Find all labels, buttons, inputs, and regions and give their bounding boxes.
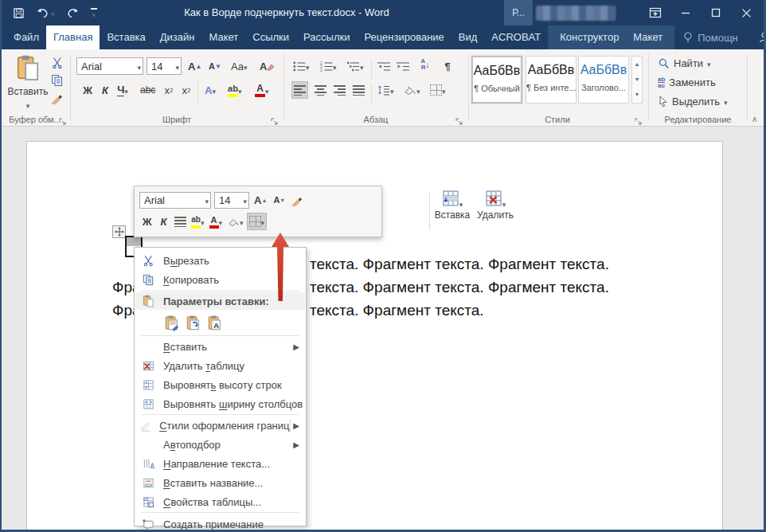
menu-item-insert-caption[interactable]: Вставить название...	[135, 473, 305, 492]
borders-button[interactable]	[428, 81, 447, 99]
tab-mailings[interactable]: Рассылки	[296, 25, 357, 49]
mini-font-name-combo[interactable]: Arial	[139, 192, 211, 209]
menu-item-text-direction[interactable]: Направление текста...	[135, 454, 305, 473]
tab-home[interactable]: Главная	[46, 25, 100, 49]
change-case-button[interactable]: Аа	[229, 57, 249, 75]
mini-highlight-button[interactable]: ab	[190, 213, 206, 230]
tab-references[interactable]: Ссылки	[245, 25, 296, 49]
mini-shading-button[interactable]	[225, 213, 245, 230]
scissors-icon	[139, 255, 157, 267]
font-size-dropdown-icon[interactable]	[175, 61, 179, 72]
menu-item-distribute-rows[interactable]: Выровнять высоту строк	[135, 375, 305, 394]
minimize-icon[interactable]	[670, 0, 701, 25]
tab-file[interactable]: Файл	[6, 25, 46, 49]
tell-me-help[interactable]: Помощн	[674, 25, 746, 49]
decrease-indent-button[interactable]	[376, 57, 392, 75]
mini-borders-button[interactable]	[247, 213, 268, 230]
maximize-icon[interactable]	[701, 0, 731, 25]
format-painter-icon	[51, 92, 64, 104]
font-name-dropdown-icon[interactable]	[137, 61, 141, 72]
collapse-ribbon-icon[interactable]: ∧	[752, 115, 757, 123]
menu-item-autofit[interactable]: Автоподбор ▶	[135, 435, 305, 454]
bullets-button[interactable]	[291, 57, 311, 75]
close-icon[interactable]	[731, 0, 761, 25]
underline-button[interactable]: Ч	[115, 81, 131, 99]
align-right-button[interactable]	[331, 81, 347, 99]
select-button[interactable]: Выделить	[658, 96, 728, 108]
ribbon-display-options-icon[interactable]	[640, 0, 670, 25]
highlight-color-button[interactable]: ab	[226, 81, 244, 99]
style-no-spacing[interactable]: АаБбВв ¶ Без инте...	[526, 56, 576, 104]
paragraph-dialog-launcher-icon[interactable]	[455, 115, 464, 123]
align-center-button[interactable]	[312, 81, 328, 99]
clear-formatting-button[interactable]: А	[258, 57, 276, 75]
multilevel-list-button[interactable]	[346, 57, 365, 75]
superscript-button[interactable]: х2	[178, 81, 194, 99]
paste-dropdown-icon[interactable]	[26, 97, 30, 111]
numbering-button[interactable]: 123	[319, 57, 338, 75]
mini-format-painter-button[interactable]	[290, 191, 305, 209]
tab-review[interactable]: Рецензирование	[357, 25, 451, 49]
shading-button[interactable]	[401, 81, 422, 99]
mini-align-button[interactable]	[173, 213, 188, 230]
paste-merge-formatting-button[interactable]	[183, 313, 205, 333]
paste-keep-source-formatting-button[interactable]	[162, 313, 183, 333]
shrink-font-button[interactable]: А▼	[207, 57, 223, 75]
mini-italic-button[interactable]: К	[156, 213, 171, 230]
copy-button[interactable]	[51, 74, 64, 90]
insert-table-icon	[442, 190, 459, 207]
font-name-combo[interactable]: Arial	[76, 57, 143, 75]
clipboard-dialog-launcher-icon[interactable]	[59, 115, 68, 123]
italic-button[interactable]: К	[97, 81, 113, 99]
menu-item-border-styles[interactable]: Стили оформления границ ▶	[135, 416, 305, 435]
show-marks-button[interactable]: ¶	[440, 57, 455, 75]
mini-insert-table-button[interactable]: Вставка	[432, 190, 472, 234]
paste-button[interactable]: Вставить	[6, 54, 49, 111]
table-move-handle-icon[interactable]	[112, 225, 126, 238]
window-title: Как в Ворде подчеркнуть текст.docx - Wor…	[0, 0, 573, 25]
justify-button[interactable]	[350, 81, 366, 99]
menu-item-table-properties[interactable]: Свойства таблицы...	[135, 492, 305, 511]
replace-button[interactable]: abac Заменить	[658, 76, 716, 88]
mini-bold-button[interactable]: Ж	[139, 213, 154, 230]
font-size-combo[interactable]: 14	[147, 57, 182, 75]
bold-button[interactable]: Ж	[80, 81, 96, 99]
mini-delete-table-button[interactable]: Удалить	[475, 190, 515, 234]
mini-font-size-combo[interactable]: 14	[214, 192, 249, 209]
cut-button[interactable]	[51, 57, 64, 72]
menu-item-delete-table[interactable]: Удалить таблицу	[135, 356, 305, 375]
tab-table-design[interactable]: Конструктор	[553, 25, 626, 49]
style-normal[interactable]: АаБбВв ¶ Обычный	[471, 56, 522, 104]
font-dialog-launcher-icon[interactable]	[271, 115, 279, 123]
styles-dialog-launcher-icon[interactable]	[635, 115, 643, 123]
find-button[interactable]: Найти	[658, 57, 711, 69]
grow-font-button[interactable]: А▲	[186, 57, 203, 75]
scissors-icon	[51, 57, 64, 69]
tab-acrobat[interactable]: ACROBAT	[484, 25, 548, 49]
tab-view[interactable]: Вид	[451, 25, 485, 49]
text-effects-button[interactable]: А	[202, 81, 218, 99]
subscript-button[interactable]: х2	[161, 81, 177, 99]
numbering-icon: 123	[320, 61, 333, 72]
menu-item-distribute-columns[interactable]: Выровнять ширину столбцов	[135, 394, 305, 413]
mini-shrink-font-button[interactable]: А▼	[272, 191, 287, 209]
align-left-button[interactable]	[291, 81, 308, 99]
sort-button[interactable]: АЯ↓	[417, 56, 433, 73]
mini-grow-font-button[interactable]: А▲	[252, 191, 268, 209]
tab-table-layout[interactable]: Макет	[626, 25, 670, 49]
styles-gallery-scroll[interactable]: ▲▼▼	[631, 56, 643, 104]
tab-design[interactable]: Дизайн	[153, 25, 202, 49]
tab-insert[interactable]: Вставка	[100, 25, 152, 49]
menu-item-insert[interactable]: Вставить ▶	[135, 337, 305, 356]
highlight-color-bar	[228, 94, 238, 97]
increase-indent-button[interactable]	[395, 57, 411, 75]
format-painter-button[interactable]	[51, 92, 64, 108]
strikethrough-button[interactable]: abc	[139, 81, 157, 99]
line-spacing-button[interactable]	[376, 81, 396, 99]
mini-font-color-button[interactable]: А	[208, 213, 225, 230]
paste-keep-text-only-button[interactable]: А	[205, 313, 226, 333]
eraser-icon	[267, 61, 275, 71]
tab-layout[interactable]: Макет	[201, 25, 245, 49]
style-heading[interactable]: АаБбВв Заголово...	[578, 56, 629, 104]
font-color-button[interactable]: А	[253, 81, 271, 99]
